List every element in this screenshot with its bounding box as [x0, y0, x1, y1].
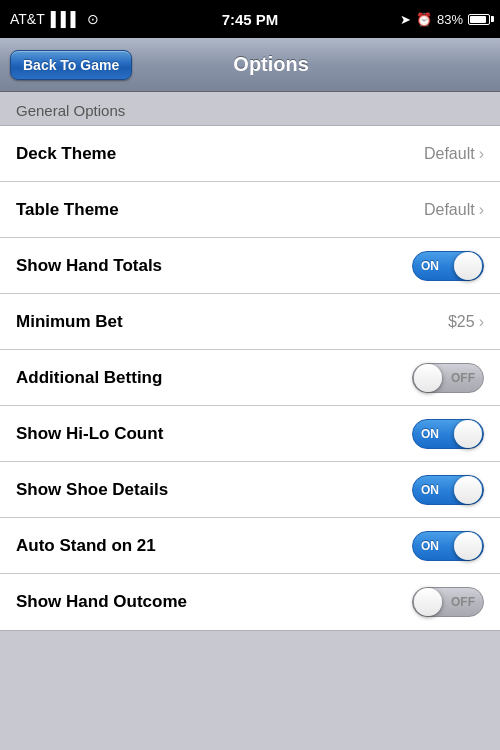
toggle-thumb-additional-betting [414, 364, 442, 392]
status-bar: AT&T ▌▌▌ ⊙ 7:45 PM ➤ ⏰ 83% [0, 0, 500, 38]
row-label-show-hand-totals: Show Hand Totals [16, 256, 162, 276]
row-value-minimum-bet: $25› [448, 313, 484, 331]
row-value-show-hilo-count: ON [412, 419, 484, 449]
row-value-show-hand-outcome: OFF [412, 587, 484, 617]
row-value-show-hand-totals: ON [412, 251, 484, 281]
row-text-minimum-bet: $25 [448, 313, 475, 331]
chevron-icon: › [479, 145, 484, 163]
row-value-additional-betting: OFF [412, 363, 484, 393]
row-label-show-hand-outcome: Show Hand Outcome [16, 592, 187, 612]
row-label-deck-theme: Deck Theme [16, 144, 116, 164]
toggle-label-show-hand-outcome: OFF [451, 595, 475, 609]
settings-row-additional-betting[interactable]: Additional BettingOFF [0, 350, 500, 406]
toggle-label-show-hilo-count: ON [421, 427, 439, 441]
toggle-thumb-auto-stand-21 [454, 532, 482, 560]
row-text-deck-theme: Default [424, 145, 475, 163]
toggle-show-hilo-count[interactable]: ON [412, 419, 484, 449]
wifi-icon: ⊙ [87, 11, 99, 27]
chevron-icon: › [479, 201, 484, 219]
toggle-label-show-hand-totals: ON [421, 259, 439, 273]
row-label-additional-betting: Additional Betting [16, 368, 162, 388]
row-value-auto-stand-21: ON [412, 531, 484, 561]
row-value-table-theme: Default› [424, 201, 484, 219]
clock-icon: ⏰ [416, 12, 432, 27]
carrier-label: AT&T [10, 11, 45, 27]
toggle-additional-betting[interactable]: OFF [412, 363, 484, 393]
toggle-auto-stand-21[interactable]: ON [412, 531, 484, 561]
section-header: General Options [0, 92, 500, 125]
nav-bar: Back To Game Options [0, 38, 500, 92]
chevron-icon: › [479, 313, 484, 331]
toggle-show-hand-outcome[interactable]: OFF [412, 587, 484, 617]
row-value-deck-theme: Default› [424, 145, 484, 163]
toggle-label-additional-betting: OFF [451, 371, 475, 385]
settings-row-auto-stand-21[interactable]: Auto Stand on 21ON [0, 518, 500, 574]
settings-row-show-hand-totals[interactable]: Show Hand TotalsON [0, 238, 500, 294]
toggle-thumb-show-shoe-details [454, 476, 482, 504]
status-bar-time: 7:45 PM [222, 11, 279, 28]
status-bar-right: ➤ ⏰ 83% [400, 12, 490, 27]
row-text-table-theme: Default [424, 201, 475, 219]
back-to-game-button[interactable]: Back To Game [10, 50, 132, 80]
toggle-label-auto-stand-21: ON [421, 539, 439, 553]
settings-table: Deck ThemeDefault›Table ThemeDefault›Sho… [0, 125, 500, 631]
row-value-show-shoe-details: ON [412, 475, 484, 505]
settings-row-deck-theme[interactable]: Deck ThemeDefault› [0, 126, 500, 182]
row-label-auto-stand-21: Auto Stand on 21 [16, 536, 156, 556]
status-bar-left: AT&T ▌▌▌ ⊙ [10, 11, 99, 27]
settings-row-show-hilo-count[interactable]: Show Hi-Lo CountON [0, 406, 500, 462]
signal-icon: ▌▌▌ [51, 11, 81, 27]
settings-row-table-theme[interactable]: Table ThemeDefault› [0, 182, 500, 238]
row-label-minimum-bet: Minimum Bet [16, 312, 123, 332]
battery-label: 83% [437, 12, 463, 27]
toggle-thumb-show-hand-totals [454, 252, 482, 280]
nav-title: Options [132, 53, 410, 76]
toggle-label-show-shoe-details: ON [421, 483, 439, 497]
toggle-thumb-show-hilo-count [454, 420, 482, 448]
row-label-table-theme: Table Theme [16, 200, 119, 220]
settings-row-show-hand-outcome[interactable]: Show Hand OutcomeOFF [0, 574, 500, 630]
row-label-show-shoe-details: Show Shoe Details [16, 480, 168, 500]
settings-row-show-shoe-details[interactable]: Show Shoe DetailsON [0, 462, 500, 518]
toggle-thumb-show-hand-outcome [414, 588, 442, 616]
battery-icon [468, 14, 490, 25]
toggle-show-hand-totals[interactable]: ON [412, 251, 484, 281]
settings-row-minimum-bet[interactable]: Minimum Bet$25› [0, 294, 500, 350]
location-icon: ➤ [400, 12, 411, 27]
row-label-show-hilo-count: Show Hi-Lo Count [16, 424, 163, 444]
toggle-show-shoe-details[interactable]: ON [412, 475, 484, 505]
